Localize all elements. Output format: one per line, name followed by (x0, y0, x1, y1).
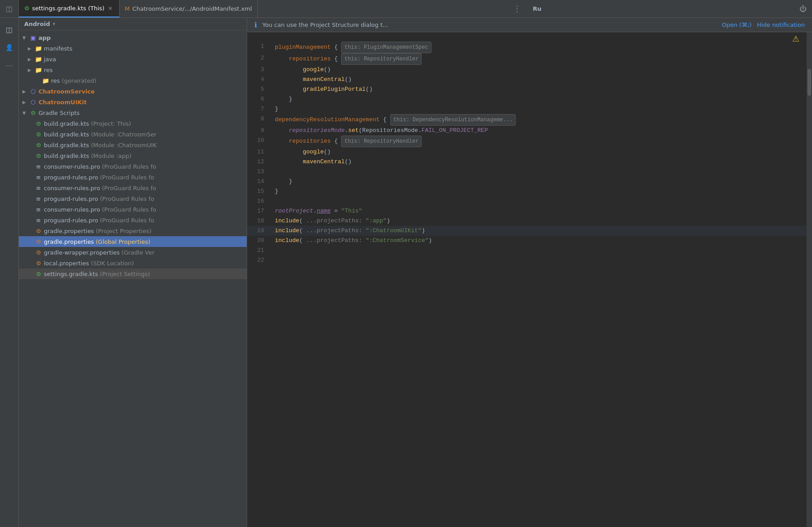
res-label: res (44, 67, 53, 73)
line-num-9: 9 (247, 126, 269, 136)
line-code-7: } (269, 104, 807, 114)
power-button[interactable]: ⏻ (799, 4, 807, 13)
settings-kts-label: settings.gradle.kts (Project Settings) (44, 271, 150, 277)
code-line-9: 9 repositoriesMode.set(RepositoriesMode.… (247, 126, 807, 136)
proguard-rules3-icon: ≡ (35, 217, 42, 224)
tree-item-local-props[interactable]: ⚙ local.properties (SDK Location) (19, 258, 247, 268)
chatroomuikit-icon: ⬡ (30, 98, 37, 106)
consumer-rules3-label: consumer-rules.pro (ProGuard Rules fo (44, 206, 156, 213)
chatroomuikit-chevron: ▶ (22, 100, 28, 105)
gradle-scripts-label: Gradle Scripts (38, 110, 80, 116)
panel-chevron[interactable]: ▾ (53, 21, 56, 27)
tree-item-consumer-rules1[interactable]: ≡ consumer-rules.pro (ProGuard Rules fo (19, 161, 247, 172)
gradle-scripts-chevron: ▼ (22, 110, 28, 115)
line-num-3: 3 (247, 65, 269, 75)
tree-item-res[interactable]: ▶ 📁 res (19, 64, 247, 75)
gradle-scripts-icon: ⚙ (30, 109, 37, 116)
editor-panel: ℹ You can use the Project Structure dial… (247, 18, 812, 527)
res-folder-icon: 📁 (35, 66, 42, 73)
line-code-13 (269, 167, 807, 177)
tree-item-gradle-wrapper[interactable]: ⚙ gradle-wrapper.properties (Gradle Ver (19, 247, 247, 258)
consumer-rules2-label: consumer-rules.pro (ProGuard Rules fo (44, 185, 156, 191)
tree-item-manifests[interactable]: ▶ 📁 manifests (19, 43, 247, 54)
tree-item-chatroomservice[interactable]: ▶ ⬡ ChatroomService (19, 86, 247, 97)
consumer-rules2-icon: ≡ (35, 184, 42, 191)
java-label: java (44, 56, 56, 63)
code-line-13: 13 (247, 167, 807, 177)
line-num-16: 16 (247, 196, 269, 206)
line-num-12: 12 (247, 157, 269, 167)
tree-item-build-this[interactable]: ⚙ build.gradle.kts (Project: This) (19, 118, 247, 129)
app-chevron: ▼ (22, 35, 28, 40)
tree-item-proguard-rules3[interactable]: ≡ proguard-rules.pro (ProGuard Rules fo (19, 215, 247, 225)
tree-item-java[interactable]: ▶ 📁 java (19, 54, 247, 64)
chatroomservice-label: ChatroomService (38, 88, 95, 95)
tree-item-consumer-rules3[interactable]: ≡ consumer-rules.pro (ProGuard Rules fo (19, 204, 247, 215)
manifests-folder-icon: 📁 (35, 45, 42, 52)
code-line-3: 3 google() (247, 65, 807, 75)
tree-item-build-chatroom[interactable]: ⚙ build.gradle.kts (Module :ChatroomSer (19, 129, 247, 140)
line-num-20: 20 (247, 236, 269, 246)
tab-manifest[interactable]: M ChatroomService/.../AndroidManifest.xm… (120, 0, 258, 17)
manifest-tab-icon: M (125, 5, 130, 12)
tree-item-build-app[interactable]: ⚙ build.gradle.kts (Module :app) (19, 150, 247, 161)
tree-item-proguard-rules1[interactable]: ≡ proguard-rules.pro (ProGuard Rules fo (19, 172, 247, 183)
line-num-1: 1 (247, 42, 269, 53)
notification-open-link[interactable]: Open (⌘;) (722, 21, 752, 28)
people-icon: 👤 (5, 44, 13, 51)
app-module-icon: ▣ (30, 34, 37, 41)
tree-item-chatroomuikit[interactable]: ▶ ⬡ ChatroomUIKit (19, 97, 247, 107)
proguard-rules2-label: proguard-rules.pro (ProGuard Rules fo (44, 196, 154, 202)
build-app-label: build.gradle.kts (Module :app) (44, 153, 132, 159)
tree-item-gradle-proj[interactable]: ⚙ gradle.properties (Project Properties) (19, 225, 247, 236)
line-num-15: 15 (247, 187, 269, 196)
project-icon-btn[interactable]: ◫ (1, 21, 17, 38)
build-this-label: build.gradle.kts (Project: This) (44, 120, 131, 127)
code-line-21: 21 (247, 246, 807, 255)
line-num-5: 5 (247, 85, 269, 94)
editor-scrollbar[interactable] (807, 32, 812, 527)
code-line-5: 5 gradlePluginPortal() (247, 85, 807, 94)
scrollbar-thumb[interactable] (808, 69, 811, 96)
consumer-rules1-label: consumer-rules.pro (ProGuard Rules fo (44, 163, 156, 170)
res-gen-label: res (generated) (51, 77, 96, 84)
local-props-label: local.properties (SDK Location) (44, 260, 134, 267)
local-props-icon: ⚙ (35, 259, 42, 267)
tab-settings-gradle[interactable]: ⚙ settings.gradle.kts (This) ✕ (19, 0, 120, 17)
build-chatroom-icon: ⚙ (35, 131, 42, 138)
code-editor[interactable]: ⚠ 1 pluginManagement {this: PluginManage… (247, 32, 812, 527)
main-layout: ◫ 👤 ⋯ Android ▾ ▼ ▣ app ▶ 📁 manifests (0, 18, 812, 527)
code-line-19: 19 include( ...projectPaths: ":ChatroomU… (247, 226, 807, 236)
tree-item-app[interactable]: ▼ ▣ app (19, 32, 247, 43)
file-tree-panel: Android ▾ ▼ ▣ app ▶ 📁 manifests ▶ 📁 java (19, 18, 247, 527)
tree-item-build-uikit[interactable]: ⚙ build.gradle.kts (Module :ChatroomUIK (19, 140, 247, 150)
tab-more-button[interactable]: ⋮ (509, 4, 526, 13)
code-line-22: 22 (247, 255, 807, 265)
code-line-17: 17 rootProject.name = "This" (247, 206, 807, 216)
more-tools-btn[interactable]: ⋯ (1, 57, 17, 73)
panel-header: Android ▾ (19, 18, 247, 30)
code-line-14: 14 } (247, 177, 807, 187)
sidebar-toggle-icon[interactable]: ◫ (6, 4, 13, 13)
hide-notification-button[interactable]: Hide notification (757, 21, 805, 28)
tree-item-settings-kts[interactable]: ⚙ settings.gradle.kts (Project Settings) (19, 268, 247, 279)
code-line-12: 12 mavenCentral() (247, 157, 807, 167)
tree-item-gradle-scripts[interactable]: ▼ ⚙ Gradle Scripts (19, 107, 247, 118)
line-code-9: repositoriesMode.set(RepositoriesMode.FA… (269, 126, 807, 136)
people-icon-btn[interactable]: 👤 (1, 39, 17, 55)
line-num-13: 13 (247, 167, 269, 177)
tree-item-consumer-rules2[interactable]: ≡ consumer-rules.pro (ProGuard Rules fo (19, 183, 247, 193)
gradle-global-label: gradle.properties (Global Properties) (44, 238, 150, 245)
res-gen-folder-icon: 📁 (42, 77, 49, 84)
tab-bar: ◫ ⚙ settings.gradle.kts (This) ✕ M Chatr… (0, 0, 812, 18)
tree-item-gradle-global[interactable]: ⚙ gradle.properties (Global Properties) (19, 236, 247, 247)
tree-item-proguard-rules2[interactable]: ≡ proguard-rules.pro (ProGuard Rules fo (19, 193, 247, 204)
consumer-rules3-icon: ≡ (35, 206, 42, 213)
tree-item-res-gen[interactable]: 📁 res (generated) (19, 75, 247, 86)
code-line-16: 16 (247, 196, 807, 206)
code-line-18: 18 include( ...projectPaths: ":app") (247, 216, 807, 226)
tab-settings-close[interactable]: ✕ (107, 4, 113, 13)
line-num-21: 21 (247, 246, 269, 255)
line-code-8: dependencyResolutionManagement {this: De… (269, 114, 807, 126)
line-num-11: 11 (247, 147, 269, 157)
